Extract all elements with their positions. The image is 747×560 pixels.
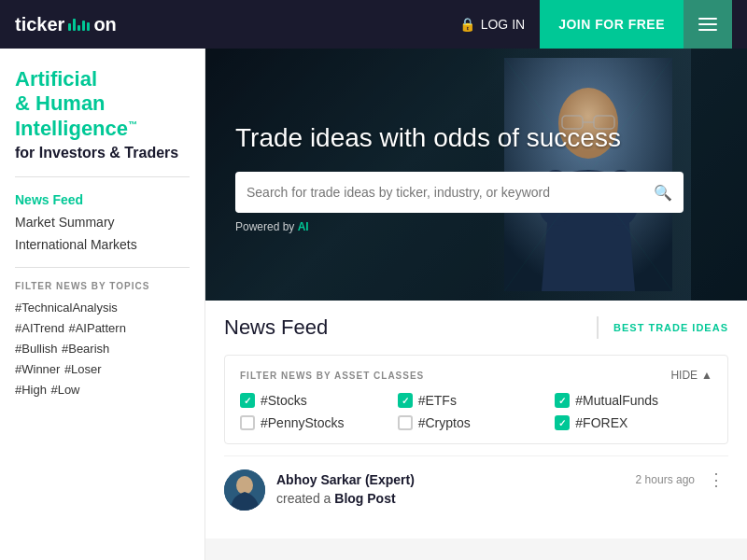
news-item-action: created a Blog Post: [276, 490, 728, 507]
bar4: [82, 21, 85, 31]
header: ticker on 🔒 LOG IN JOIN FOR FREE: [0, 0, 747, 49]
tags-row-3: #Bullish #Bearish: [15, 340, 190, 357]
filter-asset-label: FILTER NEWS BY ASSET CLASSES: [240, 371, 424, 381]
news-item-author-line: Abhoy Sarkar (Expert): [276, 471, 415, 488]
more-options-icon[interactable]: ⋮: [704, 469, 728, 490]
search-icon[interactable]: 🔍: [654, 184, 672, 202]
tag-bearish[interactable]: #Bearish: [62, 342, 109, 356]
search-input[interactable]: [247, 185, 654, 200]
tags-row-1: #TechnicalAnalysis: [15, 299, 190, 315]
sidebar: Artificial & Human Intelligence™ for Inv…: [0, 49, 205, 560]
etfs-checkbox[interactable]: [398, 393, 413, 408]
hamburger-line-3: [698, 29, 717, 31]
stocks-label: #Stocks: [261, 393, 307, 408]
sidebar-item-news-feed[interactable]: News Feed: [15, 189, 190, 211]
filter-header: FILTER NEWS BY ASSET CLASSES HIDE ▲: [240, 369, 712, 382]
login-button[interactable]: 🔒 LOG IN: [444, 9, 540, 39]
heading-line2: & Human: [15, 91, 106, 115]
hero-section: Trade ideas with odds of success 🔍 Power…: [205, 49, 747, 301]
sidebar-subheading: for Investors & Traders: [15, 145, 190, 161]
header-right: 🔒 LOG IN JOIN FOR FREE: [444, 0, 732, 49]
tag-aitrend[interactable]: #AITrend: [15, 321, 64, 335]
logo-bars: [68, 19, 90, 31]
sidebar-item-market-summary[interactable]: Market Summary: [15, 211, 190, 233]
news-item-content: Abhoy Sarkar (Expert) 2 hours ago ⋮ crea…: [276, 469, 728, 507]
best-trade-ideas-link[interactable]: BEST TRADE IDEAS: [613, 322, 728, 333]
avatar-image: [224, 469, 265, 511]
mutualfunds-checkbox[interactable]: [555, 393, 570, 408]
filter-cryptos: #Cryptos: [398, 415, 556, 430]
tag-winner[interactable]: #Winner: [15, 362, 60, 376]
content-area: Trade ideas with odds of success 🔍 Power…: [205, 49, 747, 560]
tag-low[interactable]: #Low: [50, 383, 79, 397]
etfs-label: #ETFs: [418, 393, 457, 408]
lock-icon: 🔒: [459, 17, 475, 32]
tag-high[interactable]: #High: [15, 383, 47, 397]
news-time: 2 hours ago: [636, 473, 695, 486]
tag-aipattern[interactable]: #AIPattern: [68, 321, 125, 335]
filter-bar: FILTER NEWS BY ASSET CLASSES HIDE ▲ #Sto…: [224, 355, 728, 444]
logo: ticker on: [15, 14, 117, 35]
news-header: News Feed BEST TRADE IDEAS: [224, 315, 728, 340]
pennystocks-label: #PennyStocks: [261, 415, 345, 430]
logo-text-2: on: [93, 14, 116, 35]
hamburger-button[interactable]: [684, 0, 732, 49]
hamburger-line-2: [698, 23, 717, 25]
bar5: [87, 22, 90, 31]
filter-options: #Stocks #ETFs #MutualFunds #PennyStocks: [240, 393, 712, 430]
hide-label: HIDE: [670, 369, 698, 382]
tm-mark: ™: [128, 119, 137, 129]
powered-by: Powered by AI: [235, 220, 717, 233]
ai-label: AI: [298, 220, 309, 233]
sidebar-heading: Artificial & Human Intelligence™: [15, 67, 190, 141]
header-divider: [597, 316, 599, 339]
forex-checkbox[interactable]: [555, 415, 570, 430]
tags-row-2: #AITrend #AIPattern: [15, 319, 190, 336]
logo-text-1: ticker: [15, 14, 64, 35]
news-section: News Feed BEST TRADE IDEAS FILTER NEWS B…: [205, 301, 747, 539]
hide-button[interactable]: HIDE ▲: [670, 369, 712, 382]
login-label: LOG IN: [481, 17, 525, 32]
pennystocks-checkbox[interactable]: [240, 415, 255, 430]
bar2: [73, 19, 76, 31]
avatar-svg: [224, 469, 265, 511]
tags-row-4: #Winner #Loser: [15, 360, 190, 377]
news-post-type: Blog Post: [334, 491, 395, 506]
hero-content: Trade ideas with odds of success 🔍 Power…: [235, 123, 717, 233]
filter-pennystocks: #PennyStocks: [240, 415, 398, 430]
hero-title: Trade ideas with odds of success: [235, 123, 717, 153]
filter-stocks: #Stocks: [240, 393, 398, 408]
news-item: Abhoy Sarkar (Expert) 2 hours ago ⋮ crea…: [224, 455, 728, 524]
sidebar-divider-2: [15, 267, 190, 268]
sidebar-item-international-markets[interactable]: International Markets: [15, 233, 190, 256]
main-layout: Artificial & Human Intelligence™ for Inv…: [0, 49, 747, 560]
search-bar: 🔍: [235, 172, 684, 213]
news-action-text: created a: [276, 491, 334, 506]
tag-loser[interactable]: #Loser: [64, 362, 102, 376]
mutualfunds-label: #MutualFunds: [575, 393, 658, 408]
heading-line3: Intelligence: [15, 117, 128, 140]
sidebar-divider-1: [15, 176, 190, 177]
filter-forex: #FOREX: [555, 415, 712, 430]
bar3: [78, 25, 80, 31]
hamburger-line-1: [698, 18, 717, 20]
stocks-checkbox[interactable]: [240, 393, 255, 408]
news-feed-title: News Feed: [224, 315, 582, 340]
news-author: Abhoy Sarkar (Expert): [276, 472, 415, 487]
cryptos-checkbox[interactable]: [398, 415, 413, 430]
bar1: [68, 23, 71, 31]
filter-etfs: #ETFs: [398, 393, 556, 408]
news-item-meta: Abhoy Sarkar (Expert) 2 hours ago ⋮: [276, 469, 728, 490]
heading-line1: Artificial: [15, 67, 97, 91]
chevron-up-icon: ▲: [701, 369, 712, 382]
tag-technical[interactable]: #TechnicalAnalysis: [15, 301, 118, 315]
filter-topics-title: FILTER NEWS BY TOPICS: [15, 281, 190, 291]
tag-bullish[interactable]: #Bullish: [15, 342, 58, 356]
tags-row-5: #High #Low: [15, 381, 190, 398]
cryptos-label: #Cryptos: [418, 415, 471, 430]
avatar: [224, 469, 265, 511]
filter-mutualfunds: #MutualFunds: [555, 393, 712, 408]
join-button[interactable]: JOIN FOR FREE: [540, 0, 684, 49]
forex-label: #FOREX: [575, 415, 627, 430]
